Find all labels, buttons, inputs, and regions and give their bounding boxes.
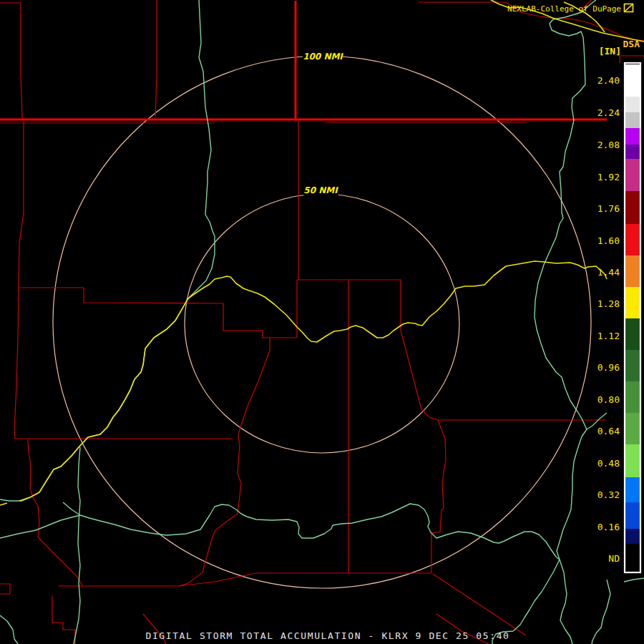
range-ring-50nmi (185, 194, 459, 453)
colorbar-tick-label: 1.76 (597, 203, 620, 214)
header: NEXLAB-College of DuPage DSA [IN] (507, 4, 640, 57)
colorbar-segment (625, 544, 640, 572)
colorbar-tick-label: 0.48 (597, 458, 620, 469)
colorbar-segment (625, 97, 640, 112)
colorbar-tick-label: 2.08 (597, 140, 620, 150)
colorbar-tick-label: 2.24 (597, 107, 620, 118)
colorbar-tick-label: 0.64 (597, 426, 620, 436)
ring-label-100nmi: 100 NMI (303, 52, 343, 62)
colorbar-tick-label: 0.32 (597, 489, 620, 500)
colorbar-tick-label: 1.28 (597, 298, 620, 309)
range-ring-100nmi (53, 56, 591, 588)
colorbar-segment (625, 318, 640, 350)
colorbar-tick-label: ND (608, 553, 620, 564)
colorbar-segment (625, 255, 640, 287)
colorbar-segment (625, 145, 640, 159)
app-title: NEXLAB-College of DuPage (507, 4, 621, 14)
colorbar-segment (625, 502, 640, 529)
colorbar-segment (625, 444, 640, 477)
colorbar-segment (625, 350, 640, 381)
rivers (0, 0, 644, 644)
colorbar-tick-label: 1.60 (597, 235, 620, 246)
range-rings (53, 50, 591, 588)
colorbar-segment (625, 112, 640, 128)
product-caption: DIGITAL STORM TOTAL ACCUMULATION - KLRX … (145, 630, 509, 641)
colorbar-segment (625, 287, 640, 318)
units-label: [IN] (599, 46, 621, 57)
colorbar-segment (625, 477, 640, 502)
colorbar-tick-label: 0.80 (597, 394, 620, 405)
colorbar-segment (625, 159, 640, 191)
colorbar-tick-label: 0.16 (597, 522, 620, 532)
color-scale: 2.402.242.081.921.761.601.441.281.120.96… (597, 63, 640, 572)
colorbar-segments (625, 64, 640, 572)
colorbar-tick-label: 1.92 (597, 172, 620, 182)
colorbar-tick-label: 1.44 (597, 267, 620, 278)
colorbar-tick-label: 2.40 (597, 75, 620, 86)
colorbar-segment (625, 191, 640, 224)
highways (0, 0, 644, 505)
colorbar-segment (625, 64, 640, 97)
colorbar-tick-label: 1.12 (597, 331, 620, 341)
radar-display: 100 NMI 50 NMI NEXLAB-College of DuPage … (0, 0, 644, 644)
county-boundaries (0, 0, 644, 644)
colorbar-segment (625, 224, 640, 255)
colorbar-segment (625, 128, 640, 145)
colorbar-segment (625, 413, 640, 444)
radar-map: 100 NMI 50 NMI NEXLAB-College of DuPage … (0, 0, 644, 644)
colorbar-tick-labels: 2.402.242.081.921.761.601.441.281.120.96… (597, 75, 620, 564)
colorbar-segment (625, 529, 640, 544)
product-code-label: DSA (623, 39, 640, 49)
cod-flag-icon (625, 4, 633, 12)
colorbar-segment (625, 381, 640, 413)
colorbar-tick-label: 0.96 (597, 362, 620, 373)
ring-label-50nmi: 50 NMI (303, 185, 338, 195)
